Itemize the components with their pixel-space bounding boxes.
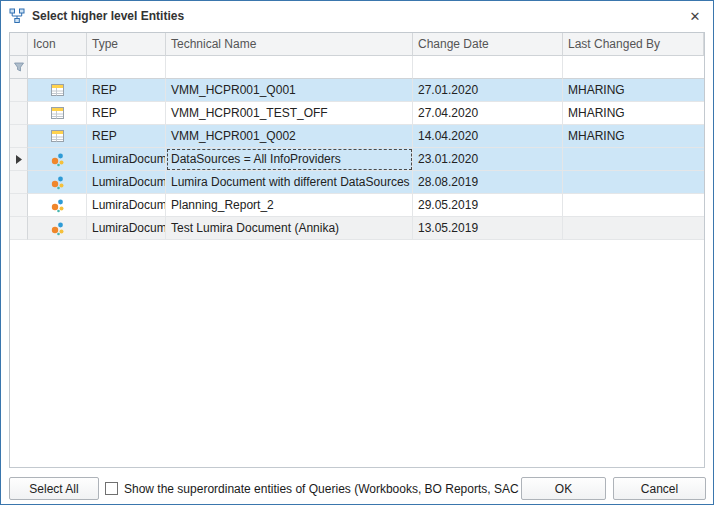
cancel-button[interactable]: Cancel [613, 477, 706, 500]
row-arrow-icon [16, 155, 22, 164]
entities-grid: Icon Type Technical Name Change Date Las… [9, 32, 705, 468]
row-indicator [10, 102, 28, 125]
row-indicator [10, 125, 28, 148]
table-row[interactable]: REP VMM_HCPR001_TEST_OFF 27.04.2020 MHAR… [10, 102, 704, 125]
last-changed-by-cell[interactable] [563, 171, 704, 194]
hierarchy-icon [9, 8, 25, 24]
row-indicator [10, 79, 28, 102]
technical-name-cell[interactable]: VMM_HCPR001_Q001 [166, 79, 413, 102]
select-all-button[interactable]: Select All [9, 477, 99, 500]
entity-icon-cell[interactable] [28, 148, 87, 171]
lumira-document-icon [50, 152, 65, 167]
change-date-cell[interactable]: 14.04.2020 [413, 125, 563, 148]
filter-cell-last-changed-by[interactable] [563, 56, 704, 79]
entity-icon-cell[interactable] [28, 79, 87, 102]
change-date-cell[interactable]: 27.04.2020 [413, 102, 563, 125]
filter-cell-change-date[interactable] [413, 56, 563, 79]
change-date-cell[interactable]: 23.01.2020 [413, 148, 563, 171]
last-changed-by-cell[interactable] [563, 217, 704, 240]
grid-header-row: Icon Type Technical Name Change Date Las… [10, 33, 704, 56]
lumira-document-icon [50, 221, 65, 236]
row-indicator [10, 217, 28, 240]
dialog-select-higher-level-entities: Select higher level Entities ✕ Icon Type… [0, 0, 714, 505]
column-header-change-date[interactable]: Change Date [413, 33, 563, 56]
table-row[interactable]: LumiraDocum... Test Lumira Document (Ann… [10, 217, 704, 240]
table-row[interactable]: LumiraDocum... Lumira Document with diff… [10, 171, 704, 194]
superordinate-checkbox[interactable] [105, 482, 118, 495]
filter-row [10, 56, 704, 79]
table-row[interactable]: REP VMM_HCPR001_Q001 27.01.2020 MHARING [10, 79, 704, 102]
column-header-type[interactable]: Type [87, 33, 166, 56]
report-icon [50, 129, 65, 143]
column-header-technical-name[interactable]: Technical Name [166, 33, 413, 56]
last-changed-by-cell[interactable] [563, 194, 704, 217]
filter-cell-type[interactable] [87, 56, 166, 79]
filter-cell-icon[interactable] [28, 56, 87, 79]
entity-icon-cell[interactable] [28, 125, 87, 148]
row-indicator [10, 194, 28, 217]
ok-button[interactable]: OK [521, 477, 606, 500]
last-changed-by-cell[interactable]: MHARING [563, 125, 704, 148]
column-header-last-changed-by[interactable]: Last Changed By [563, 33, 704, 56]
row-indicator [10, 171, 28, 194]
technical-name-cell[interactable]: Test Lumira Document (Annika) [166, 217, 413, 240]
table-row[interactable]: LumiraDocum... DataSources = All InfoPro… [10, 148, 704, 171]
close-icon[interactable]: ✕ [677, 1, 713, 31]
technical-name-cell[interactable]: Lumira Document with different DataSourc… [166, 171, 413, 194]
entity-icon-cell[interactable] [28, 217, 87, 240]
last-changed-by-cell[interactable] [563, 148, 704, 171]
type-cell[interactable]: REP [87, 102, 166, 125]
technical-name-cell[interactable]: Planning_Report_2 [166, 194, 413, 217]
change-date-cell[interactable]: 29.05.2019 [413, 194, 563, 217]
change-date-cell[interactable]: 27.01.2020 [413, 79, 563, 102]
entity-icon-cell[interactable] [28, 171, 87, 194]
technical-name-cell[interactable]: VMM_HCPR001_TEST_OFF [166, 102, 413, 125]
last-changed-by-cell[interactable]: MHARING [563, 102, 704, 125]
type-cell[interactable]: LumiraDocum... [87, 194, 166, 217]
report-icon [50, 83, 65, 97]
superordinate-checkbox-group: Show the superordinate entities of Queri… [105, 477, 563, 500]
title-bar: Select higher level Entities ✕ [1, 1, 713, 31]
filter-funnel-icon [13, 61, 25, 73]
type-cell[interactable]: REP [87, 125, 166, 148]
technical-name-cell[interactable]: VMM_HCPR001_Q002 [166, 125, 413, 148]
entity-icon-cell[interactable] [28, 102, 87, 125]
report-icon [50, 106, 65, 120]
lumira-document-icon [50, 175, 65, 190]
type-cell[interactable]: LumiraDocum... [87, 171, 166, 194]
filter-cell-technical-name[interactable] [166, 56, 413, 79]
lumira-document-icon [50, 198, 65, 213]
table-row[interactable]: LumiraDocum... Planning_Report_2 29.05.2… [10, 194, 704, 217]
type-cell[interactable]: LumiraDocum... [87, 148, 166, 171]
table-row[interactable]: REP VMM_HCPR001_Q002 14.04.2020 MHARING [10, 125, 704, 148]
type-cell[interactable]: REP [87, 79, 166, 102]
technical-name-cell[interactable]: DataSources = All InfoProviders [166, 148, 413, 171]
column-header-icon[interactable]: Icon [28, 33, 87, 56]
entity-icon-cell[interactable] [28, 194, 87, 217]
type-cell[interactable]: LumiraDocum... [87, 217, 166, 240]
change-date-cell[interactable]: 13.05.2019 [413, 217, 563, 240]
filter-row-indicator [10, 56, 28, 79]
last-changed-by-cell[interactable]: MHARING [563, 79, 704, 102]
focused-row-indicator [10, 148, 28, 171]
header-row-indicator [10, 33, 28, 56]
superordinate-checkbox-label: Show the superordinate entities of Queri… [124, 482, 563, 496]
change-date-cell[interactable]: 28.08.2019 [413, 171, 563, 194]
page-title: Select higher level Entities [32, 9, 184, 23]
